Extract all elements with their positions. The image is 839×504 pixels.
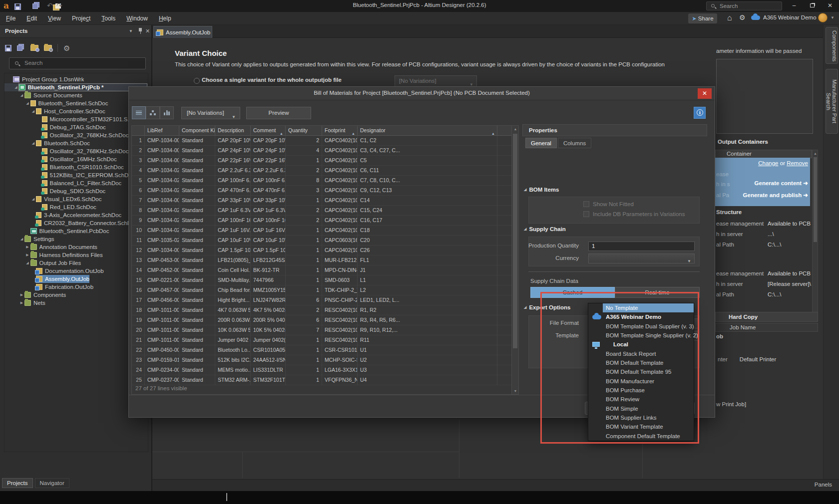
table-row[interactable]: 9CMP-1034-02...StandardCAP 100nF 16...CA… <box>132 216 511 226</box>
settings-gear-icon[interactable]: ⚙ <box>739 13 746 21</box>
tree-item-bluetooth-sentinel-prjpcb-[interactable]: ◢Bluetooth_Sentinel.PrjPcb * <box>4 83 148 91</box>
tree-item-debug-jtag-schdoc[interactable]: Debug_JTAG.SchDoc <box>4 123 148 131</box>
table-row[interactable]: 13CMP-0453-00...StandardLFB21(0805)_S...… <box>132 255 511 265</box>
column-header-designator[interactable]: Designator▲ <box>358 126 497 136</box>
table-row[interactable]: 2CMP-1034-00...StandardCAP 24pF 10V...CA… <box>132 146 511 156</box>
save-project-icon[interactable] <box>5 45 11 51</box>
column-header-quantity[interactable]: Quantity <box>286 126 322 136</box>
expand-open-icon[interactable]: ◢ <box>30 139 36 147</box>
table-row[interactable]: 19CMP-1011-00...Standard200R 0.063W...20… <box>132 315 511 325</box>
expand-closed-icon[interactable]: ▶ <box>19 299 24 307</box>
dropdown-item-bom-template-dual-supplier-v-3-[interactable]: BOM Template Dual Supplier (v. 3) <box>588 322 694 331</box>
tree-item-documentation-outjob[interactable]: Documentation.OutJob <box>4 267 148 275</box>
menu-help[interactable]: Help <box>157 14 173 23</box>
dropdown-item-component-default-template[interactable]: Component Default Template <box>588 432 694 441</box>
tree-item-annotation-documents[interactable]: ▶Annotation Documents <box>4 243 148 251</box>
dropdown-item-bom-template-single-supplier-v-2-[interactable]: BOM Template Single Supplier (v. 2) <box>588 331 694 340</box>
column-header-libref[interactable]: LibRef <box>145 126 179 136</box>
tree-item-output-job-files[interactable]: ◢Output Job Files <box>4 259 148 267</box>
column-header-comment[interactable]: Comment▲ <box>251 126 286 136</box>
info-button[interactable]: i <box>694 107 706 119</box>
menu-edit[interactable]: Edit <box>24 14 39 23</box>
variant-select[interactable]: [No Variations]▼ <box>395 75 477 87</box>
tree-item-bluetooth-schdoc[interactable]: ◢Bluetooth.SchDoc <box>4 139 148 147</box>
projects-search-input[interactable]: Search <box>9 57 146 69</box>
table-row[interactable]: 25CMP-0237-00...StandardSTM32 ARM-...STM… <box>132 375 511 385</box>
dropdown-item-local[interactable]: Local <box>588 340 694 349</box>
menu-view[interactable]: View <box>46 14 63 23</box>
tree-item-fabrication-outjob[interactable]: Fabrication.OutJob <box>4 283 148 291</box>
tree-item-nets[interactable]: ▶Nets <box>4 299 148 307</box>
table-row[interactable]: 24CMP-0234-00...StandardMEMS motio...LIS… <box>132 365 511 375</box>
properties-tab-columns[interactable]: Columns <box>558 138 591 148</box>
menu-window[interactable]: Window <box>124 14 150 23</box>
tree-item-host-controller-schdoc[interactable]: ◢Host_Controller.SchDoc <box>4 107 148 115</box>
menu-tools[interactable]: Tools <box>99 14 117 23</box>
folder-settings-icon[interactable] <box>44 45 52 51</box>
project-options-gear-icon[interactable]: ⚙ <box>63 44 70 52</box>
checkbox-row-include-db-parameters-in-variations[interactable]: Include DB Parameters in Variations <box>583 211 698 217</box>
dropdown-item-bom-default-template-95[interactable]: BOM Default Template 95 <box>588 367 694 376</box>
panels-button[interactable]: Panels <box>815 482 832 488</box>
tree-item-oscillator-32-768khz-schdoc[interactable]: Oscillator_32_768KHz.SchDoc <box>4 131 148 139</box>
expand-open-icon[interactable]: ◢ <box>30 195 36 203</box>
expand-open-icon[interactable]: ◢ <box>25 259 30 267</box>
tree-item-balanced-lc-filter-schdoc[interactable]: Balanced_LC_Filter.SchDoc <box>4 179 148 187</box>
tree-item-source-documents[interactable]: ◢Source Documents <box>4 91 148 99</box>
table-row[interactable]: 6CMP-1034-02...StandardCAP 470nF 6....CA… <box>132 186 511 196</box>
tree-item-oscillator-16mhz-schdoc[interactable]: Oscillator_16MHz.SchDoc <box>4 155 148 163</box>
remove-link[interactable]: Remove <box>787 160 808 166</box>
tree-item-visual-ledx6-schdoc[interactable]: ◢Visual_LEDx6.SchDoc <box>4 195 148 203</box>
dropdown-item-bom-review[interactable]: BOM Review <box>588 395 694 404</box>
share-button[interactable]: ➤ Share <box>688 13 717 23</box>
table-row[interactable]: 14CMP-0452-00...StandardCoin Cell Hol...… <box>132 265 511 275</box>
properties-tab-general[interactable]: General <box>525 138 557 148</box>
cached-toggle[interactable]: Cached <box>530 287 615 298</box>
expand-closed-icon[interactable]: ▶ <box>19 291 24 299</box>
checkbox-icon[interactable] <box>583 211 589 217</box>
table-row[interactable]: 4CMP-1034-02...StandardCAP 2.2uF 6.3...C… <box>132 166 511 176</box>
supply-chain-section-heading[interactable]: ◢Supply Chain <box>524 226 566 232</box>
bom-items-section-heading[interactable]: ◢BOM Items <box>524 187 559 193</box>
table-row[interactable]: 7CMP-1034-00...StandardCAP 33pF 10V...CA… <box>132 196 511 206</box>
panel-close-icon[interactable]: ✕ <box>145 28 150 34</box>
menu-project[interactable]: Project <box>70 14 92 23</box>
single-variant-radio[interactable] <box>194 78 200 84</box>
maximize-button[interactable] <box>807 2 817 9</box>
containers-scrollbar[interactable]: ▲ ▼ <box>812 150 818 319</box>
checkbox-row-show-not-fitted[interactable]: Show Not Fitted <box>583 201 698 207</box>
tree-item-cr2032-battery-connector-schd[interactable]: CR2032_Battery_Connector.SchD <box>4 219 148 227</box>
production-quantity-input[interactable]: 1 <box>588 242 695 251</box>
column-header-blank[interactable] <box>497 126 512 136</box>
table-row[interactable]: 20CMP-1011-00...Standard10K 0.063W 5...1… <box>132 325 511 335</box>
tree-item-512kbits-i2c-eeprom-schdoc[interactable]: 512KBits_I2C_EEPROM.SchDoc <box>4 171 148 179</box>
tree-item-microcontroller-stm32f101-s-[interactable]: Microcontroller_STM32F101.S... <box>4 115 148 123</box>
account-name[interactable]: A365 Webinar Demo <box>763 14 817 20</box>
table-row[interactable]: 17CMP-0456-00...StandardHight Bright...L… <box>132 295 511 305</box>
column-header-component-kind[interactable]: Component Kind <box>179 126 215 136</box>
avatar[interactable] <box>818 13 828 22</box>
right-tab-manufacturer-part-search[interactable]: Manufacturer Part Search <box>826 69 838 134</box>
bom-dialog-close-button[interactable]: ✕ <box>698 88 712 99</box>
global-search-input[interactable]: Search <box>706 1 782 10</box>
column-header-blank[interactable] <box>132 126 145 136</box>
scroll-down-icon[interactable]: ▼ <box>513 389 518 393</box>
close-button[interactable]: ✕ <box>825 2 835 9</box>
tree-item-assembly-outjob[interactable]: Assembly.OutJob <box>4 275 148 283</box>
tree-item-red-led-schdoc[interactable]: Red_LED.SchDoc <box>4 203 148 211</box>
table-row[interactable]: 18CMP-1011-00...Standard4K7 0.063W 5...4… <box>132 305 511 315</box>
table-row[interactable]: 11CMP-1035-02...StandardCAP 10uF 10V...C… <box>132 236 511 246</box>
table-row[interactable]: 15CMP-0221-00...StandardSMD-Multilay...7… <box>132 275 511 285</box>
expand-open-icon[interactable]: ◢ <box>19 91 24 99</box>
table-row[interactable]: 3CMP-1034-00...StandardCAP 22pF 16V...CA… <box>132 156 511 166</box>
table-row[interactable]: 22CMP-0450-00...StandardBluetooth Lo...C… <box>132 345 511 355</box>
dropdown-item-bom-purchase[interactable]: BOM Purchase <box>588 386 694 395</box>
tree-item-3-axis-accelerometer-schdoc[interactable]: 3-Axis_Accelerometer.SchDoc <box>4 211 148 219</box>
table-row[interactable]: 12CMP-1034-00...StandardCAP 1.5pF 10...C… <box>132 246 511 255</box>
tree-item-components[interactable]: ▶Components <box>4 291 148 299</box>
column-header-description[interactable]: Description <box>215 126 251 136</box>
export-options-section-heading[interactable]: ◢Export Options <box>524 304 570 310</box>
tab-assembly-outjob[interactable]: Assembly.OutJob <box>153 26 212 38</box>
change-link[interactable]: Change <box>758 160 778 166</box>
folder-search-icon[interactable] <box>30 45 38 51</box>
